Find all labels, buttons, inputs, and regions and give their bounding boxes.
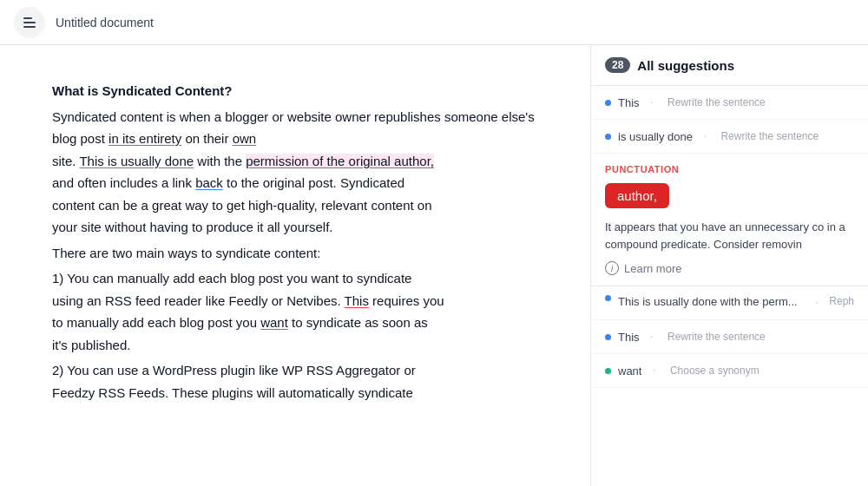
highlighted-text-this2: This [345, 293, 369, 308]
suggestion-item-4[interactable]: This · Rewrite the sentence [591, 320, 868, 354]
suggestion-action-2: Rewrite the sentence [720, 130, 819, 142]
dot-icon-5 [605, 368, 611, 374]
author-badge: author, [605, 183, 669, 208]
punctuation-description: It appears that you have an unnecessary … [605, 219, 854, 253]
learn-more-text: Learn more [624, 262, 681, 275]
dot-icon-4 [605, 334, 611, 340]
sidebar: 28 All suggestions This · Rewrite the se… [590, 45, 868, 486]
highlighted-text-this: This is usually done [79, 154, 194, 168]
dot-icon-1 [605, 100, 611, 106]
app-header: Untitled document [0, 0, 868, 45]
suggestion-text-5: want [618, 364, 641, 378]
highlighted-text-back: back [195, 175, 223, 190]
paragraph-2: There are two main ways to syndicate con… [52, 242, 538, 265]
paragraph-4: 2) You can use a WordPress plugin like W… [52, 359, 538, 404]
highlighted-text-2: own [233, 131, 257, 146]
suggestions-badge: 28 [605, 57, 630, 73]
paragraph-1: Syndicated content is when a blogger or … [52, 106, 538, 239]
paragraph-3: 1) You can manually add each blog post y… [52, 267, 538, 356]
learn-more-link[interactable]: i Learn more [605, 261, 854, 275]
suggestion-item-1[interactable]: This · Rewrite the sentence [591, 86, 868, 120]
suggestion-action-1: Rewrite the sentence [667, 96, 766, 108]
dot-icon-2 [605, 134, 611, 140]
menu-button[interactable] [14, 7, 45, 38]
sidebar-title: All suggestions [637, 58, 734, 73]
info-icon: i [605, 261, 619, 275]
punctuation-label: PUNCTUATION [605, 164, 854, 174]
document-title: Untitled document [56, 16, 154, 30]
sidebar-header: 28 All suggestions [591, 45, 868, 86]
suggestion-text-4: This [618, 331, 640, 344]
suggestion-item-5[interactable]: want · Choose a synonym [591, 354, 868, 388]
suggestion-text-3: This is usually done with the perm... [618, 295, 805, 308]
suggestion-action-3: Reph [829, 295, 854, 307]
punctuation-card: PUNCTUATION author, It appears that you … [591, 154, 868, 286]
suggestion-item-2[interactable]: is usually done · Rewrite the sentence [591, 120, 868, 154]
menu-icon [23, 17, 36, 28]
suggestion-action-5: Choose a synonym [670, 364, 760, 377]
suggestion-text-2: is usually done [618, 130, 693, 143]
heading: What is Syndicated Content? [52, 80, 538, 102]
suggestion-item-3[interactable]: This is usually done with the perm... · … [591, 286, 868, 320]
editor-area[interactable]: What is Syndicated Content? Syndicated c… [0, 45, 590, 486]
suggestions-list: This · Rewrite the sentence is usually d… [591, 86, 868, 486]
editor-content: What is Syndicated Content? Syndicated c… [52, 80, 538, 404]
highlighted-text-want: want [260, 315, 288, 330]
highlighted-text-1: in its entirety [108, 131, 181, 146]
highlighted-text-permission: permission of the original author, [246, 154, 434, 168]
dot-icon-3 [605, 295, 611, 301]
main-layout: What is Syndicated Content? Syndicated c… [0, 45, 868, 486]
suggestion-action-4: Rewrite the sentence [667, 331, 766, 343]
suggestion-text-1: This [618, 96, 640, 109]
